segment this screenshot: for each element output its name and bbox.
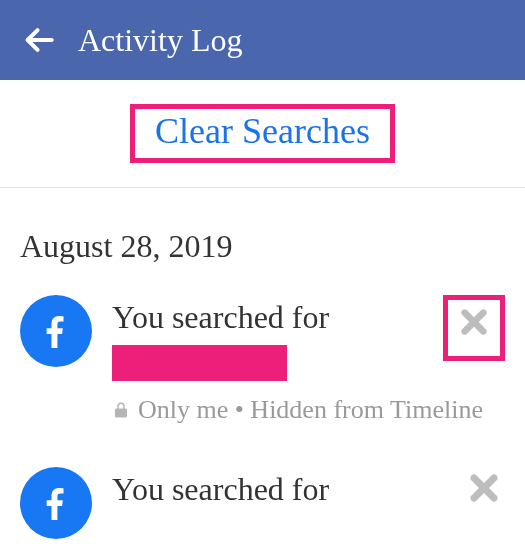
activity-item: You searched for: [0, 467, 525, 550]
header-bar: Activity Log: [0, 0, 525, 80]
delete-item-button[interactable]: [463, 467, 505, 509]
facebook-avatar-icon: [20, 467, 92, 539]
privacy-line: Only me • Hidden from Timeline: [112, 395, 423, 425]
activity-text: You searched for: [112, 297, 423, 337]
clear-searches-link[interactable]: Clear Searches: [130, 104, 395, 163]
activity-item: You searched for Only me • Hidden from T…: [0, 295, 525, 449]
page-title: Activity Log: [78, 22, 242, 59]
clear-searches-row: Clear Searches: [0, 80, 525, 188]
lock-icon: [112, 401, 130, 419]
back-arrow-icon[interactable]: [22, 23, 56, 57]
activity-item-body: You searched for: [112, 467, 443, 509]
redacted-term: [112, 345, 287, 381]
delete-item-button[interactable]: [443, 295, 505, 361]
facebook-avatar-icon: [20, 295, 92, 367]
date-heading: August 28, 2019: [0, 188, 525, 295]
activity-text: You searched for: [112, 469, 443, 509]
privacy-text: Only me • Hidden from Timeline: [138, 395, 483, 425]
activity-item-body: You searched for Only me • Hidden from T…: [112, 295, 423, 425]
